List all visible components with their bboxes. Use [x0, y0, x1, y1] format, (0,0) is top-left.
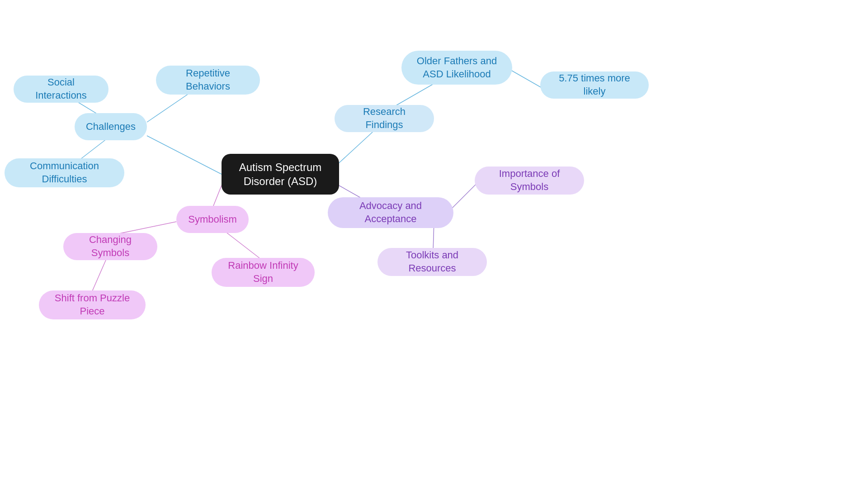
challenges-node: Challenges: [75, 113, 147, 140]
importance-symbols-node: Importance of Symbols: [475, 167, 584, 195]
rainbow-infinity-node: Rainbow Infinity Sign: [212, 258, 315, 287]
communication-difficulties-node: Communication Difficulties: [5, 158, 124, 187]
shift-puzzle-piece-node: Shift from Puzzle Piece: [39, 290, 146, 319]
repetitive-behaviors-node: Repetitive Behaviors: [156, 66, 260, 95]
times-more-node: 5.75 times more likely: [540, 71, 649, 99]
center-node: Autism Spectrum Disorder (ASD): [222, 154, 339, 195]
advocacy-acceptance-node: Advocacy and Acceptance: [328, 197, 453, 228]
toolkits-resources-node: Toolkits and Resources: [377, 248, 487, 276]
research-findings-node: Research Findings: [335, 105, 434, 132]
svg-line-0: [147, 136, 222, 174]
svg-line-6: [511, 70, 542, 88]
older-fathers-node: Older Fathers and ASD Likelihood: [401, 51, 512, 85]
svg-line-8: [452, 183, 477, 208]
social-interactions-node: Social Interactions: [14, 76, 108, 103]
changing-symbols-node: Changing Symbols: [63, 233, 157, 260]
svg-line-10: [212, 186, 222, 208]
symbolism-node: Symbolism: [176, 206, 249, 233]
